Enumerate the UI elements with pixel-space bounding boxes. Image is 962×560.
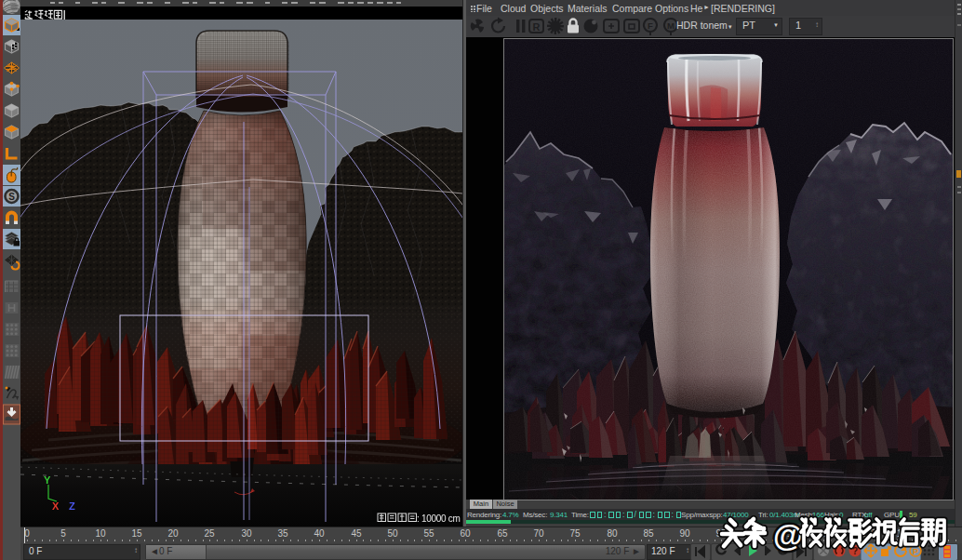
svg-text:X: X (52, 500, 60, 512)
svg-text:R: R (533, 21, 541, 33)
svg-text:Z: Z (69, 500, 75, 512)
svg-text:S: S (8, 192, 15, 202)
svg-text:: 10000 cm: : 10000 cm (417, 513, 460, 524)
svg-text:@: @ (773, 518, 803, 553)
svg-text:F: F (648, 20, 653, 31)
svg-text:M: M (667, 20, 675, 31)
svg-text:Y: Y (44, 474, 51, 486)
